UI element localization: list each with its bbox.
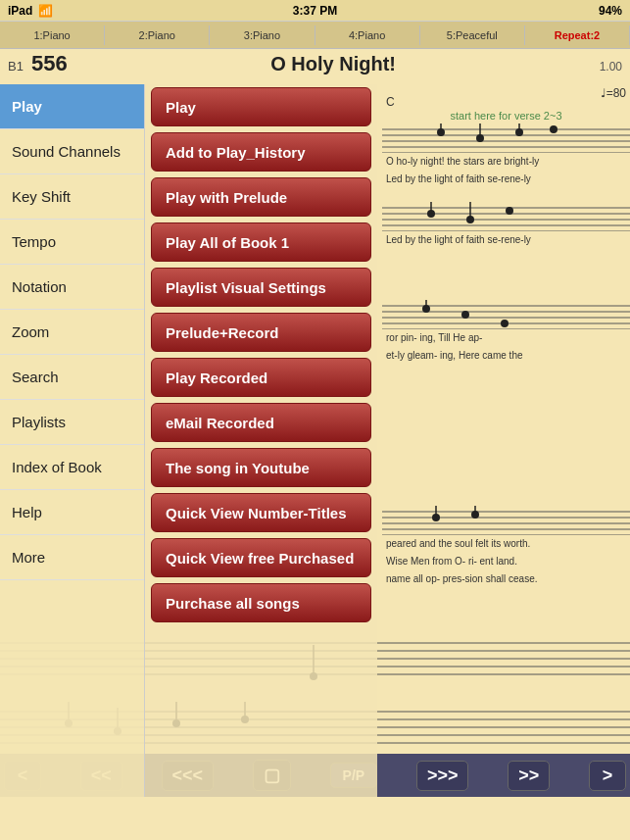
speed-display: 1.00: [600, 60, 622, 74]
nav-next1-button[interactable]: >>>: [416, 761, 469, 791]
time-display: 3:37 PM: [293, 4, 337, 18]
song-title: O Holy Night!: [75, 53, 592, 75]
action-email-recorded[interactable]: eMail Recorded: [151, 403, 371, 442]
nav-next2-button[interactable]: >>: [508, 761, 550, 791]
action-quick-view-free[interactable]: Quick View free Purchased: [151, 538, 371, 577]
tab-1-piano[interactable]: 1:Piano: [0, 25, 105, 45]
menu-left: Play Sound Channels Key Shift Tempo Nota…: [0, 84, 145, 797]
title-bar: B1 556 O Holy Night! 1.00: [0, 49, 630, 84]
tab-5-peaceful[interactable]: 5:Peaceful: [420, 25, 525, 45]
action-quick-view-titles[interactable]: Quick View Number-Titles: [151, 493, 371, 532]
menu-right: Play Add to Play_History Play with Prelu…: [145, 84, 377, 797]
staff-section-4: peared and the soul felt its worth. Wise…: [382, 506, 630, 574]
action-add-to-history[interactable]: Add to Play_History: [151, 132, 371, 172]
clef-label: C: [382, 93, 399, 111]
staff-svg-4: [382, 506, 630, 535]
lyrics-row-4: ror pin- ing, Till He ap-: [382, 329, 630, 347]
lyrics-row-1: O ho-ly night! the stars are bright-ly: [382, 153, 630, 171]
svg-point-8: [550, 125, 557, 133]
tab-2-piano[interactable]: 2:Piano: [105, 25, 210, 45]
menu-left-more[interactable]: More: [0, 535, 144, 580]
staff-section-2: Led by the light of faith se-rene-ly: [382, 202, 630, 271]
song-key: B1: [8, 59, 24, 74]
action-play-recorded[interactable]: Play Recorded: [151, 358, 371, 397]
action-playlist-visual[interactable]: Playlist Visual Settings: [151, 268, 371, 307]
wifi-icon: 📶: [38, 4, 53, 18]
main-area: ♩=80 C start here for verse 2~3 O: [0, 84, 630, 797]
lyrics-row-5c: name all op- pres-sion shall cease.: [382, 570, 630, 588]
staff-svg-1: [382, 124, 630, 153]
menu-left-help[interactable]: Help: [0, 490, 144, 535]
staff-section-1: C start here for verse 2~3 O ho-ly night…: [382, 92, 630, 156]
menu-left-play[interactable]: Play: [0, 84, 144, 129]
nav-next3-button[interactable]: >: [589, 761, 626, 791]
tab-bar: 1:Piano 2:Piano 3:Piano 4:Piano 5:Peacef…: [0, 22, 630, 49]
lyrics-row-2: Led by the light of faith se-rene-ly: [382, 171, 630, 188]
status-bar: iPad 📶 3:37 PM 94%: [0, 0, 630, 22]
tab-3-piano[interactable]: 3:Piano: [210, 25, 315, 45]
lyrics-row-4b: et-ly gleam- ing, Here came the: [382, 347, 630, 365]
verse-label: start here for verse 2~3: [382, 110, 630, 122]
tab-repeat[interactable]: Repeat:2: [525, 25, 630, 45]
svg-point-19: [506, 207, 513, 215]
lyrics-row-3: Led by the light of faith se-rene-ly: [382, 231, 630, 249]
menu-left-key-shift[interactable]: Key Shift: [0, 174, 144, 220]
action-prelude-record[interactable]: Prelude+Record: [151, 313, 371, 352]
menu-overlay: Play Sound Channels Key Shift Tempo Nota…: [0, 84, 377, 797]
staff-section-3: ror pin- ing, Till He ap- et-ly gleam- i…: [382, 300, 630, 369]
menu-left-zoom[interactable]: Zoom: [0, 310, 144, 355]
menu-left-index-of-book[interactable]: Index of Book: [0, 445, 144, 490]
action-play-all-book[interactable]: Play All of Book 1: [151, 222, 371, 262]
device-label: iPad: [8, 4, 32, 18]
action-play[interactable]: Play: [151, 87, 371, 126]
menu-left-sound-channels[interactable]: Sound Channels: [0, 129, 144, 174]
tab-4-piano[interactable]: 4:Piano: [315, 25, 420, 45]
song-number: 556: [31, 51, 68, 76]
staff-svg-2: [382, 202, 630, 231]
svg-point-29: [501, 320, 509, 327]
lyrics-row-5: peared and the soul felt its worth.: [382, 535, 630, 553]
action-purchase-all[interactable]: Purchase all songs: [151, 583, 371, 622]
menu-left-playlists[interactable]: Playlists: [0, 400, 144, 445]
battery-display: 94%: [599, 4, 622, 18]
menu-left-tempo[interactable]: Tempo: [0, 220, 144, 265]
action-play-with-prelude[interactable]: Play with Prelude: [151, 177, 371, 217]
lyrics-row-5b: Wise Men from O- ri- ent land.: [382, 553, 630, 570]
staff-svg-3: [382, 300, 630, 329]
menu-left-notation[interactable]: Notation: [0, 265, 144, 310]
action-song-youtube[interactable]: The song in Youtube: [151, 448, 371, 487]
svg-point-28: [461, 311, 469, 319]
menu-left-search[interactable]: Search: [0, 355, 144, 400]
